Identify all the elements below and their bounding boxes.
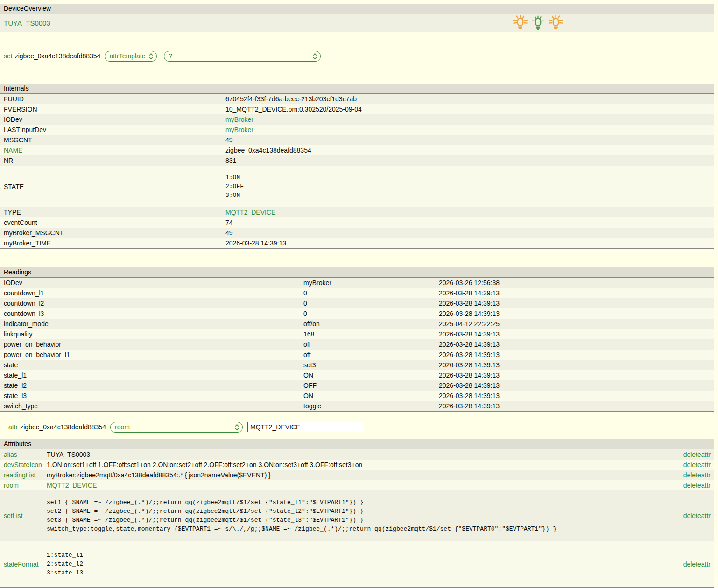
- internal-key: eventCount: [4, 219, 37, 226]
- internal-value-link[interactable]: myBroker: [225, 126, 253, 133]
- internal-key: myBroker_MSGCNT: [4, 229, 63, 237]
- internal-key: FUUID: [4, 95, 24, 103]
- attribute-name-link[interactable]: readingList: [4, 471, 36, 479]
- reading-name: state_l3: [4, 392, 27, 399]
- set-label: set: [4, 52, 13, 60]
- reading-name: state_l1: [4, 371, 27, 379]
- deleteattr-link[interactable]: deleteattr: [683, 461, 711, 469]
- internal-value-link[interactable]: MQTT2_DEVICE: [225, 209, 275, 216]
- attribute-name-link[interactable]: stateFormat: [4, 560, 39, 568]
- set-argument-select[interactable]: ?: [164, 51, 321, 62]
- attribute-value: myBroker:zigbee2mqtt/0xa4c138deafd88354:…: [47, 471, 271, 479]
- attr-name-select[interactable]: room: [110, 422, 243, 433]
- internal-value: 670452f4-f33f-7d6a-beec-213b203cf1d3c7ab: [225, 95, 357, 103]
- internal-value: 49: [225, 229, 233, 237]
- reading-value: 0: [303, 289, 307, 297]
- attributes-row: devStateIcon1.ON:on:set1+off 1.OFF:off:s…: [0, 460, 714, 470]
- set-device-name: zigbee_0xa4c138deafd88354: [15, 52, 101, 60]
- reading-value: off: [303, 351, 310, 358]
- internal-value-multiline: 1:ON 2:OFF 3:ON: [225, 173, 714, 200]
- readings-row: state_l1ON2026-03-28 14:39:13: [0, 370, 714, 380]
- internals-row: myBroker_MSGCNT49: [0, 228, 714, 238]
- attributes-row: readingListmyBroker:zigbee2mqtt/0xa4c138…: [0, 470, 714, 480]
- internals-row: FUUID670452f4-f33f-7d6a-beec-213b203cf1d…: [0, 94, 714, 104]
- reading-name: linkquality: [4, 330, 32, 338]
- device-alias-link[interactable]: TUYA_TS0003: [4, 19, 50, 27]
- internal-value: 831: [225, 157, 236, 164]
- internal-value-link[interactable]: myBroker: [225, 116, 253, 123]
- deleteattr-link[interactable]: deleteattr: [683, 482, 711, 489]
- readings-table: IODevmyBroker2026-03-26 12:56:38countdow…: [0, 278, 714, 412]
- set-command-select[interactable]: attrTemplate: [105, 51, 157, 62]
- bulb-on-icon[interactable]: [548, 15, 563, 31]
- deleteattr-link[interactable]: deleteattr: [683, 560, 711, 568]
- internal-value: 10_MQTT2_DEVICE.pm:0.302520/2025-09-04: [225, 105, 362, 113]
- reading-value: ON: [303, 392, 313, 399]
- bulb-on-icon[interactable]: [513, 15, 528, 31]
- fhem-device-page: DeviceOverview TUYA_TS0003 set zigbee_0x…: [0, 0, 718, 588]
- reading-value: myBroker: [303, 279, 331, 287]
- reading-timestamp: 2026-03-28 14:39:13: [439, 402, 500, 410]
- reading-name: power_on_behavior_l1: [4, 351, 70, 358]
- internals-table: FUUID670452f4-f33f-7d6a-beec-213b203cf1d…: [0, 94, 714, 249]
- deleteattr-link[interactable]: deleteattr: [683, 451, 711, 458]
- reading-value: set3: [303, 361, 316, 369]
- attributes-row: roomMQTT2_DEVICEdeleteattr: [0, 480, 714, 490]
- set-command-row: set zigbee_0xa4c138deafd88354 attrTempla…: [0, 50, 714, 62]
- internal-key: myBroker_TIME: [4, 239, 51, 247]
- reading-timestamp: 2025-04-12 22:22:25: [439, 320, 500, 328]
- device-state-icons: [513, 15, 563, 31]
- internals-section: Internals FUUID670452f4-f33f-7d6a-beec-2…: [0, 84, 714, 249]
- reading-value: toggle: [303, 402, 321, 410]
- internals-row: FVERSION10_MQTT2_DEVICE.pm:0.302520/2025…: [0, 104, 714, 114]
- reading-timestamp: 2026-03-28 14:39:13: [439, 371, 500, 379]
- reading-value: 168: [303, 330, 314, 338]
- reading-name: countdown_l3: [4, 310, 44, 317]
- reading-timestamp: 2026-03-28 14:39:13: [439, 392, 500, 399]
- internal-key: NR: [4, 157, 13, 164]
- internals-row: STATE1:ON 2:OFF 3:ON: [0, 166, 714, 207]
- reading-timestamp: 2026-03-28 14:39:13: [439, 382, 500, 389]
- readings-section: Readings IODevmyBroker2026-03-26 12:56:3…: [0, 267, 714, 412]
- internal-key: IODev: [4, 116, 22, 123]
- attribute-value-link[interactable]: MQTT2_DEVICE: [47, 482, 97, 489]
- internals-row: NAMEzigbee_0xa4c138deafd88354: [0, 145, 714, 155]
- attribute-value-multiline: set1 { $NAME =~ /zigbee_(.*)/;;return qq…: [47, 498, 670, 533]
- attribute-name-link[interactable]: devStateIcon: [4, 461, 42, 469]
- attribute-name-link[interactable]: room: [4, 482, 19, 489]
- attributes-row: stateFormat1:state_l1 2:state_l2 3:state…: [0, 541, 714, 588]
- bulb-off-icon[interactable]: [530, 15, 546, 31]
- attribute-value: 1.ON:on:set1+off 1.OFF:off:set1+on 2.ON:…: [47, 461, 362, 469]
- device-overview-header: DeviceOverview: [0, 4, 714, 14]
- internals-row: eventCount74: [0, 217, 714, 228]
- internal-value: 49: [225, 136, 233, 144]
- deleteattr-link[interactable]: deleteattr: [683, 471, 711, 479]
- deleteattr-link[interactable]: deleteattr: [683, 512, 711, 519]
- attr-device-name: zigbee_0xa4c138deafd88354: [20, 423, 106, 431]
- chevron-updown-icon: [313, 53, 317, 60]
- attribute-name-link[interactable]: alias: [4, 451, 17, 458]
- attribute-name-link[interactable]: setList: [4, 512, 22, 519]
- internal-key-link[interactable]: NAME: [4, 147, 22, 154]
- attr-value-input[interactable]: [247, 422, 364, 432]
- attributes-table: aliasTUYA_TS0003deleteattrdevStateIcon1.…: [0, 449, 714, 588]
- readings-row: IODevmyBroker2026-03-26 12:56:38: [0, 278, 714, 288]
- reading-name: countdown_l1: [4, 289, 44, 297]
- readings-row: power_on_behavioroff2026-03-28 14:39:13: [0, 339, 714, 350]
- internal-key: FVERSION: [4, 105, 37, 113]
- reading-timestamp: 2026-03-28 14:39:13: [439, 289, 500, 297]
- readings-row: linkquality1682026-03-28 14:39:13: [0, 329, 714, 339]
- reading-name: indicator_mode: [4, 320, 49, 328]
- internal-value: 2026-03-28 14:39:13: [225, 239, 286, 247]
- chevron-updown-icon: [149, 53, 153, 60]
- internal-key: MSGCNT: [4, 136, 32, 144]
- internal-key: TYPE: [4, 209, 21, 216]
- reading-name: IODev: [4, 279, 22, 287]
- attributes-header: Attributes: [0, 439, 714, 449]
- internal-value: 74: [225, 219, 233, 226]
- attr-command-row: attr zigbee_0xa4c138deafd88354 room: [0, 421, 714, 433]
- chevron-updown-icon: [235, 424, 239, 431]
- readings-row: state_l3ON2026-03-28 14:39:13: [0, 391, 714, 401]
- reading-timestamp: 2026-03-28 14:39:13: [439, 361, 500, 369]
- reading-timestamp: 2026-03-28 14:39:13: [439, 310, 500, 317]
